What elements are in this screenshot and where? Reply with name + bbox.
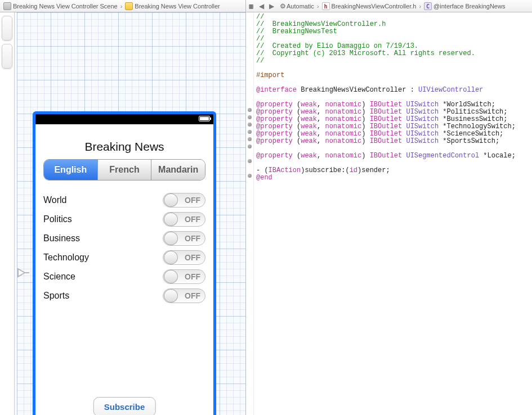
outline-item[interactable] xyxy=(2,16,12,40)
category-switch-list: World OFF Politics OFF Business OFF Tech… xyxy=(35,191,213,305)
counterpart-symbol[interactable]: C @interface BreakingNews xyxy=(422,2,507,10)
counterpart-mode[interactable]: ⚙ Automatic xyxy=(276,2,316,10)
sports-switch[interactable]: OFF xyxy=(163,288,205,303)
counterpart-mode-label: Automatic xyxy=(287,3,314,10)
outlet-connection-dot[interactable] xyxy=(248,115,252,119)
action-connection-dot[interactable] xyxy=(248,174,252,178)
locale-segmented-control[interactable]: English French Mandarin xyxy=(43,159,205,181)
jump-bar-right: ▦ ◀ ▶ ⚙ Automatic › h BreakingNewsViewCo… xyxy=(246,0,532,12)
outlet-connection-dot[interactable] xyxy=(248,159,252,163)
row-label: Business xyxy=(43,233,80,243)
outlet-connection-dot[interactable] xyxy=(248,130,252,134)
segment-french[interactable]: French xyxy=(98,160,152,180)
jump-bar-left: Breaking News View Controller Scene › Br… xyxy=(0,0,246,12)
switch-knob xyxy=(164,270,178,283)
split-view: Breaking News English French Mandarin Wo… xyxy=(0,12,532,415)
list-item: Sports OFF xyxy=(43,286,205,305)
outlet-connection-dot[interactable] xyxy=(248,145,252,148)
switch-knob xyxy=(164,213,178,226)
counterpart-file-label: BreakingNewsViewController.h xyxy=(332,3,417,10)
connection-gutter[interactable] xyxy=(246,12,254,415)
header-file-icon: h xyxy=(322,2,330,10)
switch-off-text: OFF xyxy=(185,272,200,281)
list-item: Technology OFF xyxy=(43,248,205,267)
related-items-button[interactable]: ▦ xyxy=(246,1,256,11)
subscribe-button[interactable]: Subscribe xyxy=(93,397,156,415)
row-label: Sports xyxy=(43,291,69,301)
breadcrumb-controller[interactable]: Breaking News View Controller xyxy=(123,2,222,10)
list-item: Politics OFF xyxy=(43,210,205,229)
jump-bar: Breaking News View Controller Scene › Br… xyxy=(0,0,532,12)
row-label: Technology xyxy=(43,252,89,263)
switch-knob xyxy=(164,289,178,303)
outline-item[interactable] xyxy=(2,44,12,69)
switch-knob xyxy=(164,193,178,207)
switch-off-text: OFF xyxy=(185,196,200,205)
switch-knob xyxy=(164,251,178,264)
segment-label: Mandarin xyxy=(158,165,198,175)
list-item: Business OFF xyxy=(43,229,205,248)
segment-mandarin[interactable]: Mandarin xyxy=(151,160,205,180)
breadcrumb-controller-label: Breaking News View Controller xyxy=(135,3,220,10)
viewcontroller-icon xyxy=(125,2,133,10)
politics-switch[interactable]: OFF xyxy=(163,212,205,227)
nav-back-button[interactable]: ◀ xyxy=(256,1,266,11)
outlet-connection-dot[interactable] xyxy=(248,123,252,127)
list-item: Science OFF xyxy=(43,267,205,286)
interface-builder-canvas[interactable]: Breaking News English French Mandarin Wo… xyxy=(0,12,246,415)
iphone-preview-frame[interactable]: Breaking News English French Mandarin Wo… xyxy=(33,111,216,415)
segment-label: French xyxy=(109,165,139,175)
switch-off-text: OFF xyxy=(185,215,200,224)
assistant-editor: // // BreakingNewsViewController.h // Br… xyxy=(246,12,532,415)
battery-icon xyxy=(199,116,210,121)
counterpart-file[interactable]: h BreakingNewsViewController.h xyxy=(320,2,419,10)
switch-knob xyxy=(164,232,178,245)
breadcrumb-scene[interactable]: Breaking News View Controller Scene xyxy=(1,2,120,10)
gear-icon: ⚙ xyxy=(279,2,287,10)
nav-forward-button[interactable]: ▶ xyxy=(266,1,276,11)
row-label: Science xyxy=(43,272,75,282)
source-code-view[interactable]: // // BreakingNewsViewController.h // Br… xyxy=(254,12,532,415)
breadcrumb-scene-label: Breaking News View Controller Scene xyxy=(13,3,118,10)
technology-switch[interactable]: OFF xyxy=(163,250,205,265)
switch-off-text: OFF xyxy=(185,291,200,300)
segment-label: English xyxy=(54,165,87,175)
status-bar xyxy=(35,114,213,124)
science-switch[interactable]: OFF xyxy=(163,269,205,284)
switch-off-text: OFF xyxy=(185,253,200,262)
switch-off-text: OFF xyxy=(185,234,200,243)
counterpart-symbol-label: @interface BreakingNews xyxy=(433,3,505,10)
screen-title-label: Breaking News xyxy=(35,124,213,159)
business-switch[interactable]: OFF xyxy=(163,231,205,246)
class-symbol-icon: C xyxy=(424,2,432,10)
subscribe-label: Subscribe xyxy=(104,402,145,412)
outlet-connection-dot[interactable] xyxy=(248,108,252,112)
outlet-connection-dot[interactable] xyxy=(248,137,252,141)
row-label: World xyxy=(43,195,67,205)
world-switch[interactable]: OFF xyxy=(163,193,205,208)
segment-english[interactable]: English xyxy=(44,160,98,180)
list-item: World OFF xyxy=(43,191,205,210)
document-outline-collapsed[interactable] xyxy=(0,12,15,415)
storyboard-icon xyxy=(3,2,11,10)
related-items-icon: ▦ xyxy=(249,2,253,10)
initial-scene-arrow[interactable] xyxy=(17,267,29,279)
row-label: Politics xyxy=(43,214,72,224)
